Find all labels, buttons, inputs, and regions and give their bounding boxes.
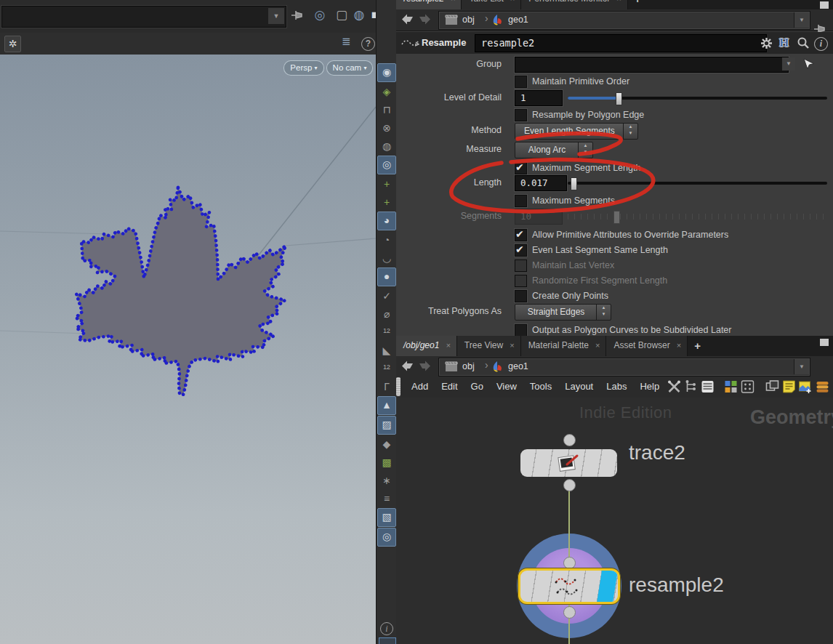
tab-asset-browser[interactable]: Asset Browser×: [606, 336, 688, 356]
length-slider[interactable]: [568, 177, 827, 189]
point-numbers-icon[interactable]: ¹²: [378, 323, 395, 341]
measure-dropdown[interactable]: Along Arc ▲▼: [515, 142, 593, 158]
node-name-input[interactable]: resample2: [475, 34, 767, 52]
length-input[interactable]: 0.017: [515, 175, 567, 191]
maintain-primitive-order-checkbox[interactable]: ✔: [515, 76, 527, 88]
pane-maximize-icon[interactable]: [820, 339, 829, 346]
maximum-segment-length-checkbox[interactable]: ✔: [515, 162, 527, 174]
menu-tools[interactable]: Tools: [523, 377, 558, 397]
viewport-path-field[interactable]: ▼: [1, 6, 286, 28]
even-last-segment-checkbox[interactable]: ✔: [515, 244, 527, 257]
maximum-segments-checkbox[interactable]: ✔: [515, 195, 527, 207]
resample2-label[interactable]: resample2: [629, 573, 724, 597]
display-options-icon[interactable]: ≡: [378, 490, 395, 507]
sort-hierarchy-icon[interactable]: ≣: [342, 35, 351, 48]
node-trace2[interactable]: [520, 449, 617, 477]
vertex-markers-icon[interactable]: ✓: [378, 287, 395, 305]
tab-material-palette[interactable]: Material Palette×: [521, 336, 607, 356]
tab-performance-monitor[interactable]: Performance Monitor×: [521, 0, 627, 9]
chevron-down-icon[interactable]: ▼: [794, 359, 809, 374]
shading-mode-icon[interactable]: ◕: [377, 212, 396, 230]
search-icon[interactable]: [797, 36, 810, 49]
close-icon[interactable]: ×: [510, 341, 514, 350]
reflect-icon[interactable]: ◆: [378, 435, 395, 453]
network-editor[interactable]: Indie Edition Geometry trace2: [396, 398, 833, 644]
tab-take-list[interactable]: Take List×: [462, 0, 521, 9]
tab-tree-view[interactable]: Tree View×: [457, 336, 521, 356]
breadcrumb-context[interactable]: obj: [462, 12, 475, 28]
help-icon[interactable]: ?: [361, 37, 375, 51]
select-mode-icon[interactable]: ◉: [377, 63, 396, 82]
menu-help[interactable]: Help: [633, 377, 666, 397]
trace2-label[interactable]: trace2: [629, 441, 685, 464]
view-snapshot-icon[interactable]: ▧: [377, 508, 396, 527]
info-icon[interactable]: i: [380, 622, 393, 635]
lighting-icon[interactable]: ◎: [377, 156, 396, 174]
level-of-detail-slider[interactable]: [568, 92, 827, 104]
show-points-icon[interactable]: ●: [377, 267, 396, 286]
new-tab-button[interactable]: +: [628, 0, 648, 9]
gallery-shelf-icon[interactable]: [815, 379, 830, 394]
dotted-grid-icon[interactable]: [740, 379, 755, 394]
gear-icon[interactable]: [760, 36, 773, 50]
breadcrumb-node[interactable]: geo1: [508, 358, 528, 375]
tab-resample2[interactable]: resample2×: [396, 0, 462, 9]
headlight-off-icon[interactable]: ⊗: [378, 119, 395, 137]
breadcrumb[interactable]: obj › geo1 ▼: [438, 11, 810, 30]
profile-curve-icon[interactable]: Γ: [378, 378, 395, 395]
breadcrumb[interactable]: obj › geo1 ▼: [438, 358, 810, 377]
close-icon[interactable]: ×: [446, 341, 450, 350]
method-dropdown[interactable]: Even Length Segments ▲▼: [515, 123, 638, 140]
camera-persp-button[interactable]: Persp ▾: [283, 60, 324, 76]
close-icon[interactable]: ×: [595, 341, 600, 350]
menu-add[interactable]: Add: [405, 377, 435, 397]
snapshot-image-icon[interactable]: [798, 379, 813, 394]
create-only-points-checkbox[interactable]: ✔: [515, 290, 527, 302]
cube-icon[interactable]: ▢: [333, 6, 350, 25]
lock-icon[interactable]: ⊓: [378, 101, 395, 118]
drag-handle[interactable]: [396, 377, 401, 396]
gear-icon[interactable]: ✲: [4, 36, 21, 52]
windows-layout-icon[interactable]: [765, 379, 780, 394]
treat-polygons-as-dropdown[interactable]: Straight Edges ▲▼: [515, 304, 611, 321]
output-as-polygon-curves-checkbox[interactable]: ✔: [515, 324, 527, 337]
resample2-output-connector[interactable]: [563, 606, 576, 619]
snap-icon[interactable]: ◈: [378, 83, 395, 100]
close-icon[interactable]: ×: [451, 0, 455, 3]
node-resample2[interactable]: [520, 571, 618, 602]
spinner-icon[interactable]: ▲▼: [596, 305, 611, 320]
group-dropdown-button[interactable]: ▼: [781, 57, 795, 71]
spinner-icon[interactable]: ▲▼: [578, 142, 592, 158]
tab-obj-geo1[interactable]: /obj/geo1×: [396, 336, 457, 356]
prim-numbers-icon[interactable]: ¹²: [378, 360, 395, 377]
close-icon[interactable]: ×: [677, 341, 681, 350]
network-tree-icon[interactable]: [683, 379, 699, 394]
chevron-down-icon[interactable]: ▼: [268, 8, 284, 24]
color-palette-grid-icon[interactable]: [723, 379, 739, 394]
forward-arrow-icon[interactable]: [418, 13, 432, 25]
add-camera-icon[interactable]: +: [378, 193, 395, 211]
prim-markers-icon[interactable]: ◣: [378, 342, 395, 359]
cone-display-icon[interactable]: ▲: [377, 396, 396, 415]
group-input[interactable]: [515, 57, 789, 73]
tools-wrench-icon[interactable]: [667, 379, 682, 394]
uv-grid-icon[interactable]: ▩: [378, 454, 395, 471]
level-of-detail-input[interactable]: 1: [515, 90, 563, 106]
breadcrumb-context[interactable]: obj: [462, 358, 475, 375]
back-arrow-icon[interactable]: [401, 13, 414, 25]
resample-by-polygon-edge-checkbox[interactable]: ✔: [515, 109, 527, 121]
resample2-input-connector[interactable]: [563, 557, 576, 569]
pane-maximize-icon[interactable]: [820, 1, 829, 9]
spinner-icon[interactable]: ▲▼: [623, 124, 637, 139]
visibility-icon[interactable]: ◔: [378, 231, 395, 249]
back-arrow-icon[interactable]: [401, 360, 414, 372]
location-marker-icon[interactable]: ◎: [377, 528, 396, 547]
target-icon[interactable]: ◎: [311, 6, 329, 25]
trace2-output-connector[interactable]: [563, 479, 576, 491]
trace2-input-connector[interactable]: [563, 434, 576, 446]
info-icon[interactable]: i: [814, 37, 828, 51]
close-icon[interactable]: ×: [510, 0, 515, 3]
forward-arrow-icon[interactable]: [418, 360, 432, 372]
close-icon[interactable]: ×: [616, 0, 621, 3]
material-ball-icon[interactable]: ◍: [378, 137, 395, 155]
